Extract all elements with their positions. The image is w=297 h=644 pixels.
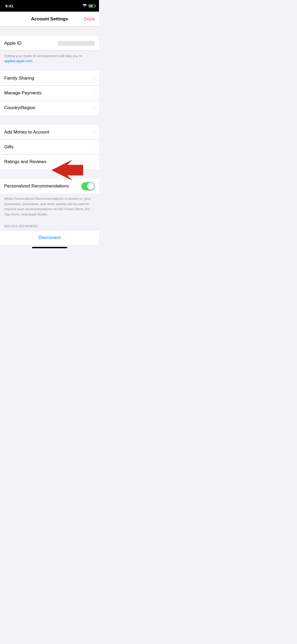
- ratings-reviews-right: ›: [93, 160, 95, 164]
- menu-group-1: Family Sharing › Manage Payments › Count…: [0, 71, 99, 115]
- family-sharing-label: Family Sharing: [4, 76, 34, 81]
- movies-anywhere-section: MOVIES ANYWHERE:: [0, 222, 99, 230]
- personalized-rec-label: Personalized Recommendations: [4, 183, 69, 189]
- apple-id-section: Apple ID: [0, 36, 99, 51]
- personalized-rec-section: Personalized Recommendations: [0, 179, 99, 194]
- apple-id-info-block: Editing your Apple ID and password will …: [0, 51, 99, 68]
- status-icons: ⚡: [83, 4, 95, 8]
- apple-id-label: Apple ID: [4, 41, 21, 46]
- section-gap-4: [0, 169, 99, 179]
- ratings-reviews-row[interactable]: Ratings and Reviews ›: [0, 154, 99, 169]
- manage-payments-right: ›: [93, 91, 95, 95]
- apple-id-info-text: Editing your Apple ID and password will …: [4, 54, 82, 63]
- menu-group-2: Add Money to Account › Gifts › Ratings a…: [0, 125, 99, 169]
- personalized-rec-desc: When Personalized Recommendations is tur…: [4, 197, 91, 216]
- family-sharing-row[interactable]: Family Sharing ›: [0, 71, 99, 86]
- add-money-row[interactable]: Add Money to Account ›: [0, 125, 99, 140]
- disconnect-label: Disconnect: [38, 235, 60, 240]
- manage-payments-label: Manage Payments: [4, 90, 42, 96]
- status-time: 9:41: [5, 4, 13, 8]
- add-money-right: ›: [93, 130, 95, 134]
- chevron-icon: ›: [93, 145, 95, 149]
- personalized-rec-desc-block: When Personalized Recommendations is tur…: [0, 194, 99, 222]
- manage-payments-row[interactable]: Manage Payments ›: [0, 86, 99, 100]
- movies-anywhere-label: MOVIES ANYWHERE:: [4, 224, 39, 228]
- apple-id-link[interactable]: appleid.apple.com.: [4, 59, 33, 63]
- chevron-icon: ›: [93, 91, 95, 95]
- chevron-icon: ›: [93, 106, 95, 110]
- add-money-label: Add Money to Account: [4, 130, 49, 135]
- chevron-icon: ›: [93, 76, 95, 80]
- battery-icon: ⚡: [88, 4, 95, 7]
- gifts-right: ›: [93, 145, 95, 149]
- apple-id-value-blurred: [58, 41, 95, 46]
- section-gap-1: [0, 26, 99, 36]
- section-gap-3: [0, 115, 99, 125]
- status-bar: 9:41 ⚡: [0, 0, 99, 12]
- nav-title: Account Settings: [31, 16, 68, 22]
- gifts-label: Gifts: [4, 144, 13, 150]
- apple-id-row[interactable]: Apple ID: [0, 36, 99, 51]
- country-region-row[interactable]: Country/Region ›: [0, 100, 99, 115]
- nav-bar: Account Settings Done: [0, 12, 99, 26]
- ratings-reviews-label: Ratings and Reviews: [4, 159, 46, 164]
- home-bar: [32, 247, 67, 248]
- family-sharing-right: ›: [93, 76, 95, 80]
- done-button[interactable]: Done: [84, 16, 95, 22]
- section-gap-2: [0, 68, 99, 71]
- country-region-label: Country/Region: [4, 105, 35, 111]
- country-region-right: ›: [93, 106, 95, 110]
- gifts-row[interactable]: Gifts ›: [0, 140, 99, 154]
- ratings-row-container: Ratings and Reviews ›: [0, 154, 99, 169]
- personalized-rec-toggle[interactable]: [81, 182, 95, 190]
- chevron-icon: ›: [93, 130, 95, 134]
- disconnect-row[interactable]: Disconnect: [0, 230, 99, 245]
- chevron-icon: ›: [93, 160, 95, 164]
- wifi-icon: [83, 4, 87, 8]
- home-indicator: [0, 245, 99, 249]
- toggle-knob: [87, 183, 94, 190]
- personalized-rec-row: Personalized Recommendations: [0, 179, 99, 194]
